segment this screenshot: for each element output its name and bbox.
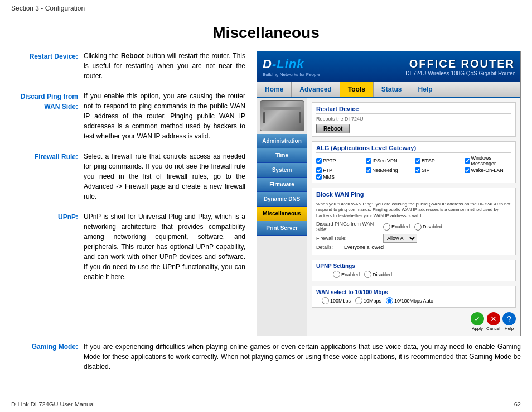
nav-tools[interactable]: Tools (340, 82, 374, 97)
details-row: Details: Everyone allowed (316, 245, 511, 250)
discard-ping-text: If you enable this option, you are causi… (84, 91, 245, 141)
upnp-settings-panel: UPNP Settings Enabled Disabled (312, 260, 516, 281)
restart-device-subtitle: Reboots the DI-724U (316, 116, 511, 122)
sidebar-administration[interactable]: Administration (257, 134, 307, 148)
router-header: D-Link Building Networks for People OFFI… (257, 51, 520, 82)
alg-wol-checkbox[interactable] (465, 167, 470, 173)
router-screenshot: D-Link Building Networks for People OFFI… (257, 51, 521, 336)
wan-auto-radio[interactable] (386, 297, 393, 304)
page-footer: D-Link DI-724GU User Manual 62 (0, 396, 532, 412)
wan-100mbps-label[interactable]: 100Mbps (322, 297, 351, 304)
wan-auto-label[interactable]: 10/100Mbps Auto (386, 297, 433, 304)
apply-button[interactable]: ✓ Apply (471, 312, 484, 331)
discard-ping-label: Discard Ping from WAN Side: (11, 91, 84, 141)
page-header: Section 3 - Configuration (0, 0, 532, 17)
sidebar-time[interactable]: Time (257, 148, 307, 163)
alg-sip-label: SIP (422, 167, 430, 173)
discard-ping-section: Discard Ping from WAN Side: If you enabl… (11, 91, 245, 141)
firewall-rule-text: Select a firewall rule that controls acc… (84, 151, 245, 202)
upnp-radios: Enabled Disabled (333, 271, 511, 278)
upnp-enabled-label[interactable]: Enabled (333, 271, 360, 278)
alg-ftp-label: FTP (323, 167, 332, 173)
upnp-enabled-radio[interactable] (333, 271, 340, 278)
alg-wol-label: Wake-On-LAN (471, 167, 504, 173)
alg-grid: PPTP IPSec VPN RTSP (316, 155, 511, 180)
dlink-logo: D-Link Building Networks for People (263, 57, 320, 77)
help-button[interactable]: ? Help (502, 312, 516, 331)
block-wan-ping-title: Block WAN Ping (316, 191, 511, 199)
upnp-disabled-radio[interactable] (364, 271, 371, 278)
alg-rtsp-label: RTSP (422, 158, 435, 164)
ping-description: When you "Block WAN Ping", you are causi… (316, 202, 511, 219)
upnp-text: UPnP is short for Universal Plug and Pla… (84, 212, 245, 282)
wan-10mbps-label[interactable]: 10Mbps (355, 297, 381, 304)
footer-right: 62 (514, 401, 521, 408)
office-router-text: OFFICE ROUTER (405, 58, 515, 70)
alg-windows-messenger: Windows Messenger (465, 155, 512, 166)
alg-sip-checkbox[interactable] (415, 167, 420, 173)
help-icon: ? (502, 312, 516, 325)
alg-panel: ALG (Applications Level Gateway) PPTP IP… (312, 141, 516, 183)
block-wan-ping-panel: Block WAN Ping When you "Block WAN Ping"… (312, 188, 516, 255)
alg-rtsp: RTSP (415, 155, 462, 166)
restart-device-text: Clicking the Reboot button will restart … (84, 51, 245, 81)
alg-rtsp-checkbox[interactable] (415, 158, 420, 164)
alg-ipsec-label: IPSec VPN (373, 158, 398, 164)
firewall-rule-label: Firewall Rule: (11, 151, 84, 202)
router-title-area: OFFICE ROUTER DI-724U Wireless 108G QoS … (405, 58, 515, 76)
wan-100mbps-radio[interactable] (322, 297, 329, 304)
sidebar-system[interactable]: System (257, 163, 307, 178)
wan-10mbps-radio[interactable] (355, 297, 362, 304)
discard-ping-row: Discard PINGs from WAN Side: Enabled Dis… (316, 221, 511, 232)
sidebar-print-server[interactable]: Print Server (257, 221, 307, 236)
disabled-radio[interactable] (414, 223, 422, 231)
alg-mms: MMS (316, 174, 364, 180)
alg-pptp-checkbox[interactable] (316, 158, 322, 164)
upnp-settings-title: UPNP Settings (316, 263, 511, 269)
enabled-radio[interactable] (383, 223, 390, 231)
alg-wm-checkbox[interactable] (465, 158, 470, 164)
restart-device-panel: Restart Device Reboots the DI-724U Reboo… (312, 102, 516, 137)
alg-netmeeting-checkbox[interactable] (366, 167, 371, 173)
alg-wm-label: Windows Messenger (471, 155, 512, 166)
alg-pptp-label: PPTP (323, 158, 336, 164)
nav-home[interactable]: Home (257, 82, 292, 97)
upnp-section: UPnP: UPnP is short for Universal Plug a… (11, 212, 245, 282)
alg-ipsec-checkbox[interactable] (366, 158, 371, 164)
nav-status[interactable]: Status (374, 82, 410, 97)
router-main-panel: Restart Device Reboots the DI-724U Reboo… (307, 98, 520, 336)
details-value: Everyone allowed (344, 245, 384, 250)
sidebar-miscellaneous[interactable]: Miscellaneous (257, 207, 307, 221)
nav-help[interactable]: Help (410, 82, 441, 97)
wan-select-panel: WAN select to 10/100 Mbps 100Mbps 10Mbps… (312, 286, 516, 308)
discard-ping-radios: Enabled Disabled (383, 223, 442, 231)
alg-mms-checkbox[interactable] (316, 174, 322, 180)
sidebar-firmware[interactable]: Firmware (257, 178, 307, 192)
router-nav: Home Advanced Tools Status Help (257, 82, 520, 98)
help-label: Help (505, 326, 514, 331)
cancel-button[interactable]: ✕ Cancel (486, 312, 500, 331)
dlink-tagline: Building Networks for People (263, 72, 320, 77)
router-image (260, 100, 304, 131)
alg-pptp: PPTP (316, 155, 364, 166)
dlink-logo-text: D-Link (263, 57, 320, 71)
alg-ftp-checkbox[interactable] (316, 167, 322, 173)
router-model-text: DI-724U Wireless 108G QoS Gigabit Router (405, 70, 515, 76)
router-sidebar: Administration Time System Firmware Dyna… (257, 98, 307, 336)
alg-ipsec: IPSec VPN (366, 155, 413, 166)
footer-left: D-Link DI-724GU User Manual (11, 401, 95, 408)
upnp-disabled-label[interactable]: Disabled (364, 271, 392, 278)
restart-device-panel-title: Restart Device (316, 106, 511, 114)
disabled-radio-label[interactable]: Disabled (414, 223, 442, 231)
gaming-mode-row: Gaming Mode: If you are experiencing dif… (11, 342, 521, 372)
firewall-rule-select[interactable]: Allow All (383, 234, 417, 243)
details-label: Details: (316, 245, 344, 250)
alg-mms-label: MMS (323, 174, 335, 180)
sidebar-dynamic-dns[interactable]: Dynamic DNS (257, 192, 307, 207)
reboot-button[interactable]: Reboot (316, 124, 350, 133)
alg-netmeeting: NetMeeting (366, 167, 413, 173)
enabled-radio-label[interactable]: Enabled (383, 223, 410, 231)
nav-advanced[interactable]: Advanced (292, 82, 340, 97)
restart-device-label: Restart Device: (11, 51, 84, 81)
apply-icon: ✓ (471, 312, 484, 325)
